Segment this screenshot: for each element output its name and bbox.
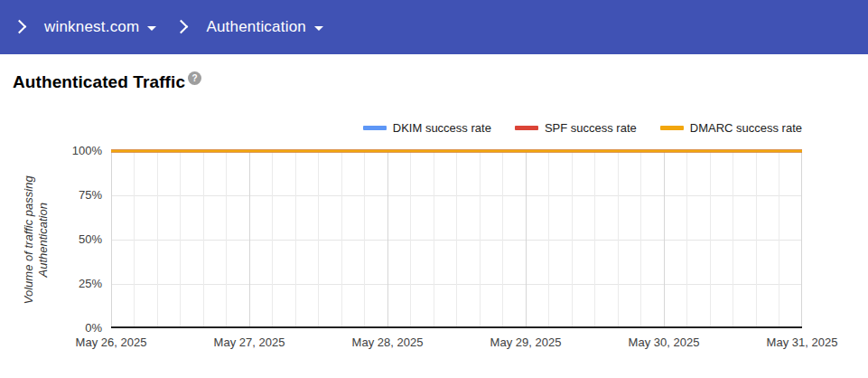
legend-item-spf-success-rate: SPF success rate	[515, 121, 637, 135]
page-title: Authenticated Traffic	[13, 72, 185, 92]
legend-item-dkim-success-rate: DKIM success rate	[363, 121, 491, 135]
domain-dropdown[interactable]: winknest.com	[44, 18, 156, 36]
help-icon[interactable]: ?	[188, 71, 201, 85]
postmaster-page: winknest.com Authentication Authenticate…	[0, 0, 868, 378]
y-axis-tick-label: 0%	[43, 321, 102, 335]
chart-plot-area	[111, 151, 802, 328]
x-axis-tick-label: May 28, 2025	[324, 335, 451, 349]
x-axis-tick-label: May 29, 2025	[462, 335, 589, 349]
legend-label: DMARC success rate	[690, 121, 802, 135]
legend-swatch-icon	[363, 126, 387, 130]
legend-swatch-icon	[660, 126, 684, 130]
section-dropdown[interactable]: Authentication	[206, 18, 323, 36]
caret-down-icon	[147, 26, 156, 31]
legend-label: DKIM success rate	[393, 121, 491, 135]
title-row: Authenticated Traffic ?	[13, 72, 201, 92]
y-axis-tick-label: 50%	[43, 232, 102, 246]
x-axis-tick-label: May 31, 2025	[739, 335, 865, 349]
chevron-right-icon	[13, 20, 27, 34]
y-axis-tick-label: 100%	[43, 144, 102, 157]
top-navigation-bar: winknest.com Authentication	[0, 0, 868, 54]
section-dropdown-label: Authentication	[206, 18, 306, 36]
chart-legend: DKIM success rateSPF success rateDMARC s…	[363, 119, 802, 136]
y-axis-tick-label: 75%	[43, 188, 102, 202]
domain-dropdown-label: winknest.com	[44, 18, 139, 36]
series-lines	[111, 151, 802, 328]
x-axis-tick-label: May 27, 2025	[186, 335, 313, 349]
x-axis-tick-label: May 26, 2025	[48, 335, 174, 349]
x-axis-tick-label: May 30, 2025	[601, 335, 727, 349]
caret-down-icon	[314, 26, 323, 31]
chevron-right-icon	[174, 20, 189, 34]
legend-swatch-icon	[515, 126, 538, 130]
legend-item-dmarc-success-rate: DMARC success rate	[660, 121, 802, 135]
legend-label: SPF success rate	[545, 121, 637, 135]
y-axis-tick-label: 25%	[43, 277, 102, 290]
